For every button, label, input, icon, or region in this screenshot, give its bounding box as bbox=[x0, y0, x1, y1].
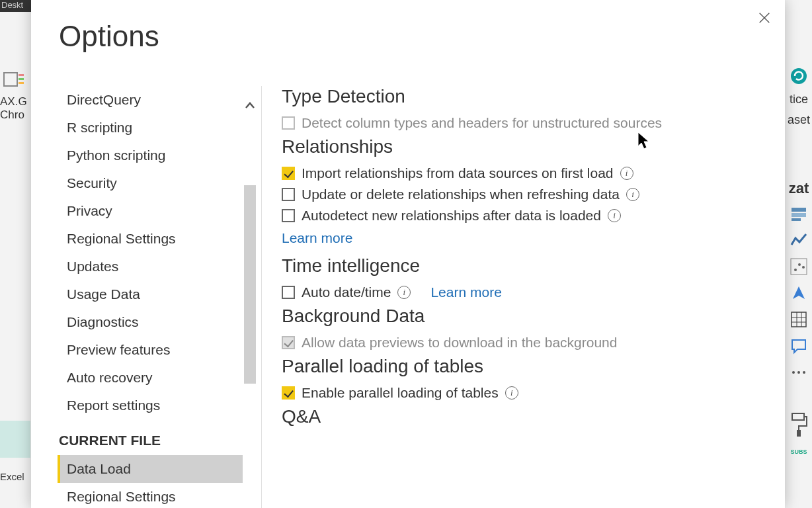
dialog-title: Options bbox=[59, 20, 159, 53]
checkbox-parallel-loading[interactable] bbox=[282, 386, 295, 400]
svg-rect-1 bbox=[19, 74, 24, 76]
table-icon bbox=[789, 310, 809, 329]
paint-roller-icon bbox=[789, 415, 809, 435]
svg-point-19 bbox=[803, 371, 805, 374]
nav-data-load[interactable]: Data Load bbox=[58, 455, 243, 483]
opt-update-relationships: Update or delete relationships when refr… bbox=[282, 187, 765, 202]
svg-point-11 bbox=[802, 266, 805, 269]
nav-section-current-file: CURRENT FILE bbox=[58, 419, 243, 455]
nav-directquery[interactable]: DirectQuery bbox=[58, 86, 243, 114]
bg-right-panel: tice aset zat SUBS bbox=[786, 66, 812, 496]
dialog-body: DirectQuery R scripting Python scripting… bbox=[58, 86, 785, 508]
svg-rect-7 bbox=[792, 218, 801, 221]
scroll-up-icon[interactable] bbox=[244, 99, 256, 111]
bg-excel-label: Excel bbox=[0, 471, 24, 482]
svg-rect-20 bbox=[792, 413, 804, 420]
sidebar-list: DirectQuery R scripting Python scripting… bbox=[58, 86, 243, 508]
nav-auto-recovery[interactable]: Auto recovery bbox=[58, 364, 243, 392]
bg-right-text-3: zat bbox=[789, 180, 809, 197]
svg-point-9 bbox=[794, 269, 797, 271]
bg-right-text-2: aset bbox=[788, 113, 810, 127]
bg-text-1: AX.G bbox=[0, 95, 30, 108]
svg-point-4 bbox=[791, 68, 807, 84]
nav-privacy[interactable]: Privacy bbox=[58, 197, 243, 225]
svg-rect-2 bbox=[19, 78, 24, 80]
sidebar: DirectQuery R scripting Python scripting… bbox=[58, 86, 261, 508]
nav-python-scripting[interactable]: Python scripting bbox=[58, 142, 243, 169]
checkbox-import-relationships[interactable] bbox=[282, 167, 295, 180]
label-autodetect-relationships: Autodetect new relationships after data … bbox=[302, 208, 601, 224]
checkbox-update-relationships[interactable] bbox=[282, 188, 295, 201]
info-icon[interactable]: i bbox=[505, 386, 518, 400]
label-detect-column-types: Detect column types and headers for unst… bbox=[302, 115, 662, 131]
opt-autodetect-relationships: Autodetect new relationships after data … bbox=[282, 208, 765, 224]
opt-background-previews: Allow data previews to download in the b… bbox=[282, 335, 765, 351]
checkbox-background-previews bbox=[282, 336, 295, 349]
nav-regional-settings[interactable]: Regional Settings bbox=[58, 225, 243, 253]
bg-text-2: Chro bbox=[0, 108, 30, 122]
svg-rect-21 bbox=[797, 430, 801, 437]
nav-diagnostics[interactable]: Diagnostics bbox=[58, 308, 243, 336]
opt-auto-datetime: Auto date/time i Learn more bbox=[282, 284, 765, 300]
app-titlebar-fragment: Deskt bbox=[0, 0, 33, 12]
sidebar-scrollbar[interactable] bbox=[244, 86, 256, 508]
nav-preview-features[interactable]: Preview features bbox=[58, 336, 243, 364]
line-chart-icon bbox=[789, 230, 809, 250]
info-icon[interactable]: i bbox=[397, 286, 411, 299]
opt-detect-column-types: Detect column types and headers for unst… bbox=[282, 115, 765, 131]
heading-qa: Q&A bbox=[282, 406, 765, 427]
svg-point-10 bbox=[798, 263, 801, 266]
nav-report-settings[interactable]: Report settings bbox=[58, 392, 243, 419]
refresh-icon bbox=[789, 66, 809, 86]
checkbox-auto-datetime[interactable] bbox=[282, 286, 295, 299]
svg-point-17 bbox=[792, 371, 795, 374]
subscribe-icon: SUBS bbox=[789, 442, 809, 462]
nav-r-scripting[interactable]: R scripting bbox=[58, 114, 243, 142]
more-icon bbox=[789, 362, 809, 382]
nav-regional-settings-current[interactable]: Regional Settings bbox=[58, 483, 243, 508]
bg-excel-chip bbox=[0, 421, 30, 458]
scatter-icon bbox=[789, 257, 809, 276]
opt-parallel-loading: Enable parallel loading of tables i bbox=[282, 385, 765, 401]
comment-icon bbox=[789, 336, 809, 356]
nav-usage-data[interactable]: Usage Data bbox=[58, 280, 243, 308]
label-import-relationships: Import relationships from data sources o… bbox=[302, 165, 614, 181]
bg-view-icon bbox=[3, 70, 28, 91]
heading-relationships: Relationships bbox=[282, 136, 765, 157]
content-panel: Type Detection Detect column types and h… bbox=[282, 86, 785, 508]
nav-updates[interactable]: Updates bbox=[58, 253, 243, 280]
info-icon[interactable]: i bbox=[626, 188, 639, 201]
label-parallel-loading: Enable parallel loading of tables bbox=[302, 385, 499, 401]
heading-background-data: Background Data bbox=[282, 306, 765, 327]
label-auto-datetime: Auto date/time bbox=[302, 284, 391, 300]
close-button[interactable] bbox=[757, 11, 772, 28]
scroll-thumb[interactable] bbox=[244, 185, 256, 384]
heading-parallel-loading: Parallel loading of tables bbox=[282, 356, 765, 377]
svg-point-18 bbox=[797, 371, 800, 374]
options-dialog: Options DirectQuery R scripting Python s… bbox=[31, 0, 785, 508]
info-icon[interactable]: i bbox=[620, 167, 633, 180]
svg-rect-6 bbox=[792, 213, 806, 217]
svg-rect-12 bbox=[792, 312, 806, 327]
label-background-previews: Allow data previews to download in the b… bbox=[302, 335, 617, 351]
heading-time-intelligence: Time intelligence bbox=[282, 255, 765, 276]
svg-rect-0 bbox=[4, 73, 17, 86]
stacked-bar-icon bbox=[789, 204, 809, 224]
link-learn-more-relationships[interactable]: Learn more bbox=[282, 230, 352, 245]
link-learn-more-time[interactable]: Learn more bbox=[430, 284, 501, 300]
svg-rect-3 bbox=[19, 82, 24, 84]
bg-right-text-1: tice bbox=[790, 93, 808, 106]
checkbox-autodetect-relationships[interactable] bbox=[282, 209, 295, 222]
nav-security[interactable]: Security bbox=[58, 169, 243, 197]
label-update-relationships: Update or delete relationships when refr… bbox=[302, 187, 620, 202]
arrow-icon bbox=[789, 283, 809, 303]
checkbox-detect-column-types bbox=[282, 116, 295, 130]
info-icon[interactable]: i bbox=[608, 209, 621, 222]
opt-import-relationships: Import relationships from data sources o… bbox=[282, 165, 765, 181]
heading-type-detection: Type Detection bbox=[282, 86, 765, 107]
svg-rect-5 bbox=[792, 208, 806, 212]
vertical-divider bbox=[261, 86, 262, 508]
